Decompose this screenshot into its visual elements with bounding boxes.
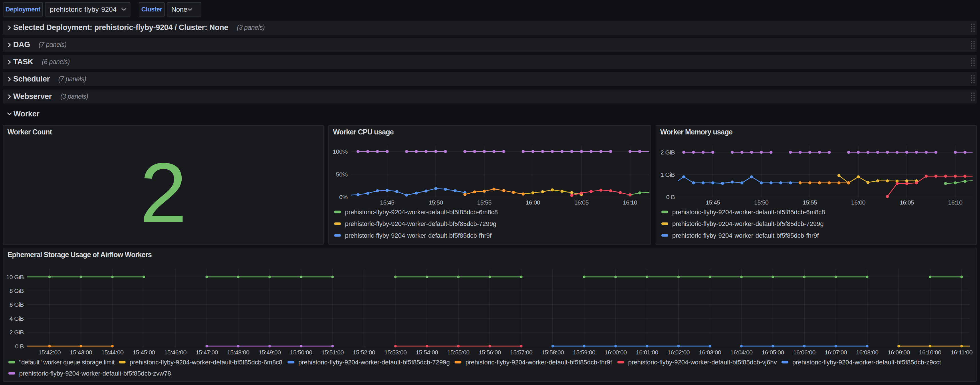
- svg-text:prehistoric-flyby-9204-worker-: prehistoric-flyby-9204-worker-default-bf…: [345, 220, 496, 228]
- svg-text:15:42:00: 15:42:00: [38, 349, 60, 356]
- svg-text:15:57:00: 15:57:00: [510, 349, 532, 356]
- svg-text:50%: 50%: [336, 171, 348, 178]
- svg-text:prehistoric-flyby-9204-worker-: prehistoric-flyby-9204-worker-default-bf…: [628, 359, 777, 366]
- svg-text:10 GiB: 10 GiB: [6, 274, 24, 280]
- svg-text:15:55:00: 15:55:00: [447, 349, 470, 356]
- svg-text:2 GiB: 2 GiB: [660, 149, 675, 156]
- svg-text:16:08:00: 16:08:00: [856, 349, 878, 356]
- svg-text:0 B: 0 B: [15, 343, 24, 350]
- svg-text:15:55: 15:55: [803, 199, 817, 206]
- svg-text:16:03:00: 16:03:00: [699, 349, 721, 356]
- svg-text:2: 2: [140, 145, 187, 240]
- svg-text:prehistoric-flyby-9204-worker-: prehistoric-flyby-9204-worker-default-bf…: [345, 208, 498, 216]
- svg-text:15:45:00: 15:45:00: [133, 349, 155, 356]
- svg-text:prehistoric-flyby-9204-worker-: prehistoric-flyby-9204-worker-default-bf…: [298, 359, 450, 366]
- svg-text:15:50:00: 15:50:00: [290, 349, 312, 356]
- svg-text:16:00: 16:00: [851, 199, 865, 206]
- svg-text:Ephemeral Storage Usage of Air: Ephemeral Storage Usage of Airflow Worke…: [8, 251, 152, 259]
- svg-text:16:05: 16:05: [574, 199, 589, 206]
- svg-text:prehistoric-flyby-9204-worker-: prehistoric-flyby-9204-worker-default-bf…: [130, 359, 282, 366]
- svg-text:prehistoric-flyby-9204-worker-: prehistoric-flyby-9204-worker-default-bf…: [345, 232, 492, 239]
- svg-text:16:11:00: 16:11:00: [951, 349, 972, 356]
- svg-text:"default" worker queue storage: "default" worker queue storage limit: [19, 359, 115, 366]
- svg-text:prehistoric-flyby-9204-worker-: prehistoric-flyby-9204-worker-default-bf…: [672, 220, 824, 228]
- svg-text:15:50: 15:50: [428, 199, 443, 206]
- svg-text:prehistoric-flyby-9204-worker-: prehistoric-flyby-9204-worker-default-bf…: [792, 359, 941, 366]
- svg-text:16:10: 16:10: [948, 199, 962, 206]
- svg-text:6 GiB: 6 GiB: [10, 301, 24, 308]
- svg-text:15:58:00: 15:58:00: [541, 349, 564, 356]
- svg-text:15:49:00: 15:49:00: [259, 349, 281, 356]
- svg-text:15:45: 15:45: [380, 199, 394, 206]
- svg-text:15:51:00: 15:51:00: [321, 349, 344, 356]
- svg-text:15:53:00: 15:53:00: [385, 349, 407, 356]
- svg-text:16:06:00: 16:06:00: [793, 349, 816, 356]
- svg-text:15:47:00: 15:47:00: [196, 349, 218, 356]
- svg-text:prehistoric-flyby-9204-worker-: prehistoric-flyby-9204-worker-default-bf…: [672, 208, 825, 216]
- svg-text:15:54:00: 15:54:00: [416, 349, 438, 356]
- svg-text:16:00:00: 16:00:00: [605, 349, 627, 356]
- svg-text:15:43:00: 15:43:00: [70, 349, 92, 356]
- svg-text:Worker Count: Worker Count: [8, 128, 52, 136]
- svg-text:2 GiB: 2 GiB: [10, 329, 24, 336]
- svg-text:16:02:00: 16:02:00: [667, 349, 690, 356]
- svg-text:15:55: 15:55: [477, 199, 492, 206]
- svg-text:Worker CPU usage: Worker CPU usage: [333, 128, 394, 136]
- svg-text:15:45: 15:45: [706, 199, 720, 206]
- svg-text:16:09:00: 16:09:00: [888, 349, 910, 356]
- svg-text:16:00: 16:00: [526, 199, 540, 206]
- svg-text:16:01:00: 16:01:00: [636, 349, 658, 356]
- svg-text:16:05: 16:05: [900, 199, 914, 206]
- svg-text:prehistoric-flyby-9204-worker-: prehistoric-flyby-9204-worker-default-bf…: [19, 370, 171, 377]
- svg-text:prehistoric-flyby-9204-worker-: prehistoric-flyby-9204-worker-default-bf…: [672, 232, 819, 239]
- svg-text:16:04:00: 16:04:00: [730, 349, 752, 356]
- svg-text:Worker Memory usage: Worker Memory usage: [660, 128, 733, 136]
- svg-text:15:44:00: 15:44:00: [101, 349, 124, 356]
- svg-text:15:48:00: 15:48:00: [227, 349, 250, 356]
- svg-text:1 GiB: 1 GiB: [660, 171, 675, 178]
- svg-text:15:46:00: 15:46:00: [164, 349, 186, 356]
- svg-text:100%: 100%: [332, 148, 348, 155]
- svg-text:15:52:00: 15:52:00: [353, 349, 375, 356]
- svg-text:15:56:00: 15:56:00: [479, 349, 501, 356]
- svg-text:15:59:00: 15:59:00: [573, 349, 595, 356]
- svg-text:15:50: 15:50: [754, 199, 768, 206]
- svg-text:0%: 0%: [339, 194, 348, 200]
- svg-text:4 GiB: 4 GiB: [10, 315, 24, 322]
- svg-text:prehistoric-flyby-9204-worker-: prehistoric-flyby-9204-worker-default-bf…: [465, 359, 612, 366]
- svg-text:16:10:00: 16:10:00: [919, 349, 941, 356]
- svg-text:16:05:00: 16:05:00: [762, 349, 784, 356]
- svg-text:16:10: 16:10: [623, 199, 637, 206]
- svg-text:0 B: 0 B: [666, 194, 675, 200]
- svg-text:16:07:00: 16:07:00: [825, 349, 847, 356]
- svg-text:8 GiB: 8 GiB: [10, 288, 24, 294]
